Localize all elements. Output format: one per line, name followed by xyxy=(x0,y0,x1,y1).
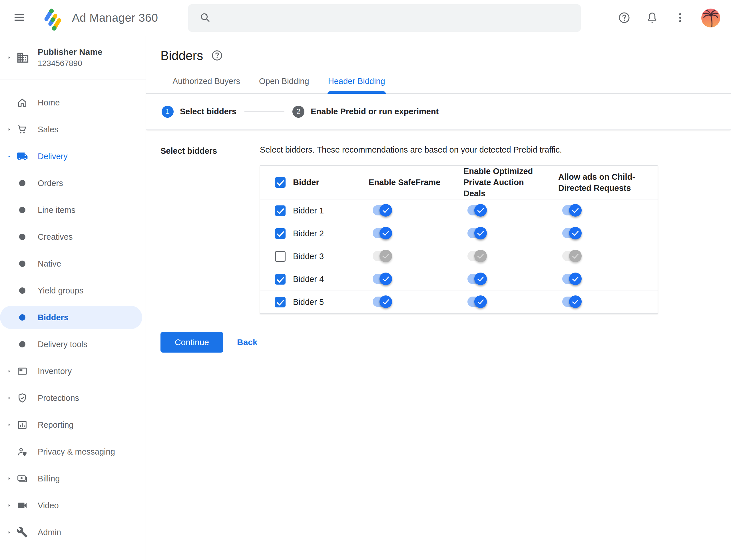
sidebar-item-line-items[interactable]: Line items xyxy=(0,197,146,223)
sidebar-item-native[interactable]: Native xyxy=(0,250,146,277)
continue-button[interactable]: Continue xyxy=(161,332,223,353)
bidder-name: Bidder 3 xyxy=(293,252,324,261)
help-button[interactable] xyxy=(617,11,631,25)
sidebar-item-label: Sales xyxy=(38,125,59,134)
tab-authorized-buyers[interactable]: Authorized Buyers xyxy=(173,77,240,93)
section-description: Select bidders. These recommendations ar… xyxy=(260,145,717,155)
table-row: Bidder 4 xyxy=(260,268,658,291)
bidder-checkbox[interactable] xyxy=(275,228,286,239)
toggle-cell xyxy=(463,227,558,241)
search-input[interactable] xyxy=(219,4,581,32)
sidebar-item-label: Privacy & messaging xyxy=(38,447,115,457)
app-title: Ad Manager 360 xyxy=(72,11,158,24)
step-enable-prebid-or-run-experiment[interactable]: 2Enable Prebid or run experiment xyxy=(293,106,438,118)
page-help-button[interactable] xyxy=(211,49,224,62)
sidebar-item-inventory[interactable]: Inventory xyxy=(0,358,146,385)
select-bidders-section: Select bidders Select bidders. These rec… xyxy=(146,130,731,314)
bidder-name: Bidder 1 xyxy=(293,206,324,215)
toggle-enable-safeframe[interactable] xyxy=(372,295,392,308)
person-shield-icon xyxy=(16,446,29,457)
toggle-cell xyxy=(368,204,463,218)
sidebar: Publisher Name 1234567890 HomeSalesDeliv… xyxy=(0,36,146,560)
ad-manager-logo xyxy=(41,4,65,32)
step-select-bidders[interactable]: 1Select bidders xyxy=(162,106,237,118)
notifications-button[interactable] xyxy=(645,11,659,25)
toggle-allow-ads-on-child-directed-requests[interactable] xyxy=(562,249,582,263)
sidebar-item-home[interactable]: Home xyxy=(0,89,146,116)
menu-icon xyxy=(13,21,26,25)
step-number: 1 xyxy=(162,106,174,118)
toggle-enable-safeframe[interactable] xyxy=(372,249,392,263)
bullet-icon xyxy=(16,234,29,240)
menu-button[interactable] xyxy=(12,11,27,25)
stepper-connector xyxy=(245,111,285,112)
sidebar-item-creatives[interactable]: Creatives xyxy=(0,223,146,250)
toggle-allow-ads-on-child-directed-requests[interactable] xyxy=(562,204,582,217)
toggle-enable-safeframe[interactable] xyxy=(372,204,392,217)
toggle-enable-optimized-private-auction-deals[interactable] xyxy=(467,227,487,240)
toggle-cell xyxy=(368,272,463,287)
overflow-menu-button[interactable] xyxy=(673,11,687,25)
toggle-allow-ads-on-child-directed-requests[interactable] xyxy=(562,272,582,285)
sidebar-item-sales[interactable]: Sales xyxy=(0,116,146,143)
bell-icon xyxy=(646,21,659,25)
help-icon xyxy=(618,21,631,25)
tab-bar: Authorized BuyersOpen BiddingHeader Bidd… xyxy=(146,77,731,94)
table-row: Bidder 2 xyxy=(260,222,658,245)
toggle-enable-optimized-private-auction-deals[interactable] xyxy=(467,204,487,217)
avatar[interactable] xyxy=(701,9,720,27)
sidebar-item-bidders[interactable]: Bidders xyxy=(0,306,142,329)
toggle-cell xyxy=(368,227,463,241)
toggle-cell xyxy=(368,249,463,264)
sidebar-item-delivery-tools[interactable]: Delivery tools xyxy=(0,331,146,358)
table-row: Bidder 5 xyxy=(260,291,658,313)
sidebar-item-reporting[interactable]: Reporting xyxy=(0,411,146,438)
back-link[interactable]: Back xyxy=(237,337,258,347)
sidebar-item-label: Home xyxy=(38,98,60,107)
bullet-icon xyxy=(16,341,29,347)
videocam-icon xyxy=(16,500,29,511)
bidder-checkbox[interactable] xyxy=(275,205,286,216)
cart-icon xyxy=(16,124,29,135)
bidder-checkbox[interactable] xyxy=(275,297,286,307)
bidder-checkbox[interactable] xyxy=(275,251,286,262)
stepper: 1Select bidders2Enable Prebid or run exp… xyxy=(146,94,731,130)
sidebar-item-orders[interactable]: Orders xyxy=(0,170,146,197)
section-label: Select bidders xyxy=(161,145,260,314)
tab-header-bidding[interactable]: Header Bidding xyxy=(328,77,385,93)
toggle-enable-safeframe[interactable] xyxy=(372,272,392,285)
topbar: Ad Manager 360 xyxy=(0,0,731,36)
column-header-allow-ads-on-child-directed-requests: Allow ads on Child-Directed Requests xyxy=(558,171,639,194)
caret-right-icon xyxy=(6,529,12,535)
tab-open-bidding[interactable]: Open Bidding xyxy=(259,77,309,93)
sidebar-item-delivery[interactable]: Delivery xyxy=(0,143,146,170)
brand: Ad Manager 360 xyxy=(41,4,158,32)
bidder-name: Bidder 2 xyxy=(293,229,324,238)
sidebar-item-billing[interactable]: Billing xyxy=(0,465,146,492)
toggle-cell xyxy=(463,272,558,287)
select-all-checkbox[interactable] xyxy=(275,177,286,188)
payments-icon xyxy=(16,473,29,484)
sidebar-item-protections[interactable]: Protections xyxy=(0,385,146,411)
bullet-icon xyxy=(16,261,29,267)
search-bar[interactable] xyxy=(188,4,581,32)
publisher-selector[interactable]: Publisher Name 1234567890 xyxy=(0,36,146,79)
toggle-allow-ads-on-child-directed-requests[interactable] xyxy=(562,227,582,240)
toggle-enable-optimized-private-auction-deals[interactable] xyxy=(467,295,487,308)
sidebar-item-video[interactable]: Video xyxy=(0,492,146,519)
sidebar-item-label: Yield groups xyxy=(38,286,83,295)
toggle-enable-optimized-private-auction-deals[interactable] xyxy=(467,249,487,263)
sidebar-item-admin[interactable]: Admin xyxy=(0,519,146,546)
sidebar-item-yield-groups[interactable]: Yield groups xyxy=(0,277,146,304)
toggle-enable-safeframe[interactable] xyxy=(372,227,392,240)
bidder-checkbox[interactable] xyxy=(275,274,286,285)
sidebar-item-label: Video xyxy=(38,501,59,510)
truck-icon xyxy=(16,151,29,162)
toggle-enable-optimized-private-auction-deals[interactable] xyxy=(467,272,487,285)
toggle-allow-ads-on-child-directed-requests[interactable] xyxy=(562,295,582,308)
page-head: Bidders xyxy=(146,36,731,63)
sidebar-item-privacy-messaging[interactable]: Privacy & messaging xyxy=(0,438,146,465)
table-header-row: BidderEnable SafeFrameEnable Optimized P… xyxy=(260,166,658,199)
palm-tree-icon xyxy=(701,23,720,27)
main-content: Bidders Authorized BuyersOpen BiddingHea… xyxy=(146,36,731,560)
